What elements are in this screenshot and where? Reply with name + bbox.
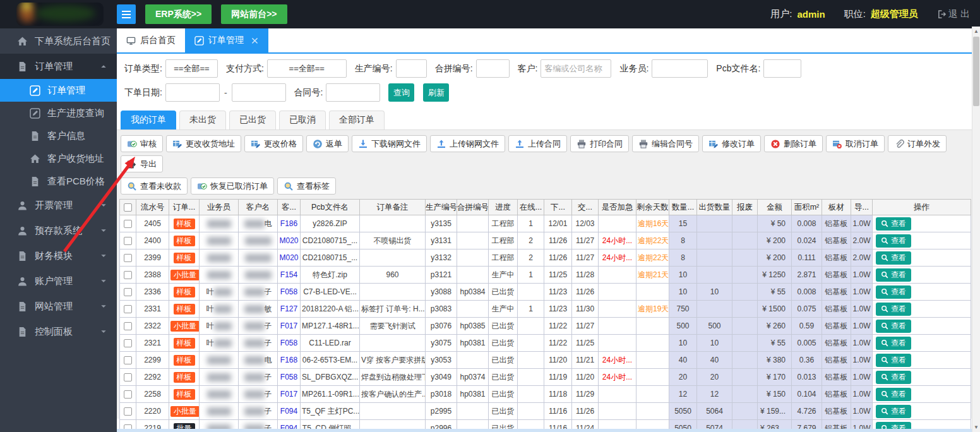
view-button[interactable]: 查看 (876, 217, 911, 231)
customer-code-link[interactable]: F058 (280, 373, 297, 381)
menu-toggle-button[interactable] (117, 4, 136, 24)
toolbar2-button-2[interactable]: 查看标签 (277, 177, 336, 195)
erp-system-button[interactable]: ERP系统>> (145, 4, 212, 24)
view-button[interactable]: 查看 (876, 285, 911, 299)
site-front-button[interactable]: 网站前台>> (221, 4, 287, 24)
row-checkbox[interactable] (124, 254, 132, 262)
view-button[interactable]: 查看 (876, 303, 911, 316)
merge-no-input[interactable] (476, 59, 510, 78)
sidebar-item-11[interactable]: 网站管理 (0, 294, 117, 319)
close-icon[interactable] (251, 37, 259, 45)
search-button[interactable]: 查询 (388, 83, 414, 102)
toolbar1-button-5[interactable]: 上传钢网文件 (430, 135, 505, 152)
order-tab-4[interactable]: 全部订单 (329, 111, 385, 129)
customer-code-link[interactable]: F186 (280, 219, 297, 228)
scrollbar-thumb[interactable] (973, 37, 979, 106)
redacted-text (207, 373, 231, 381)
customer-code-link[interactable]: F017 (280, 321, 297, 330)
scroll-up-icon[interactable]: ▲ (972, 28, 980, 34)
row-checkbox[interactable] (124, 322, 132, 330)
row-checkbox[interactable] (124, 339, 132, 347)
toolbar1-button-1[interactable]: 更改收货地址 (166, 135, 241, 152)
pay-method-select[interactable] (267, 59, 347, 78)
view-button[interactable]: 查看 (876, 371, 911, 384)
view-button[interactable]: 查看 (876, 337, 911, 350)
logout-button[interactable]: 退 出 (937, 8, 970, 20)
scroll-down-icon[interactable]: ▼ (972, 424, 980, 430)
view-button[interactable]: 查看 (876, 405, 911, 418)
row-checkbox[interactable] (124, 220, 132, 228)
sidebar-item-2[interactable]: 订单管理 (0, 79, 117, 102)
customer-code-link[interactable]: F058 (280, 287, 297, 296)
horizontal-scrollbar[interactable] (117, 429, 972, 432)
page-tab-1[interactable]: 订单管理 (185, 28, 268, 52)
row-checkbox[interactable] (124, 407, 132, 416)
sidebar-item-6[interactable]: 查看PCB价格 (0, 170, 117, 193)
row-checkbox[interactable] (124, 271, 132, 279)
customer-code-link[interactable]: F017 (280, 390, 297, 399)
row-checkbox[interactable] (124, 288, 132, 296)
customer-code-link[interactable]: F058 (280, 339, 297, 347)
date-from-input[interactable] (165, 83, 220, 102)
date-to-input[interactable] (232, 83, 286, 102)
sidebar-item-label: 预存款系统 (35, 225, 82, 237)
customer-code-link[interactable]: M020 (279, 236, 298, 245)
sidebar-item-7[interactable]: 开票管理 (0, 193, 117, 218)
sidebar-item-8[interactable]: 预存款系统 (0, 218, 117, 243)
sidebar-item-3[interactable]: 生产进度查询 (0, 102, 117, 124)
vertical-scrollbar[interactable]: ▲ ▼ (972, 27, 980, 432)
toolbar1-button-11[interactable]: 取消订单 (826, 135, 885, 152)
contract-no-input[interactable] (326, 83, 380, 102)
pcb-filename-input[interactable] (763, 59, 801, 78)
customer-code-link[interactable]: M020 (279, 253, 298, 262)
toolbar2-button-0[interactable]: 查看未收款 (121, 177, 188, 195)
row-checkbox[interactable] (124, 237, 132, 245)
toolbar1-button-13[interactable]: 导出 (121, 155, 163, 172)
order-tab-3[interactable]: 已取消 (279, 111, 326, 129)
toolbar1-button-8[interactable]: 编辑合同号 (632, 135, 699, 152)
toolbar1-button-10[interactable]: 删除订单 (764, 135, 823, 152)
sidebar-item-12[interactable]: 控制面板 (0, 319, 117, 344)
view-button[interactable]: 查看 (876, 320, 911, 333)
sidebar-item-4[interactable]: 客户信息 (0, 124, 117, 147)
row-checkbox[interactable] (124, 373, 132, 381)
toolbar1-button-0[interactable]: 审核 (121, 135, 163, 152)
row-checkbox[interactable] (124, 305, 132, 313)
customer-code-link[interactable]: F127 (280, 304, 297, 313)
toolbar1-button-4[interactable]: 下载钢网文件 (352, 135, 427, 152)
prod-no-input[interactable] (396, 59, 427, 78)
sidebar-item-9[interactable]: 财务模块 (0, 243, 117, 268)
row-checkbox[interactable] (124, 390, 132, 399)
refresh-button[interactable]: 刷新 (423, 83, 449, 102)
view-button[interactable]: 查看 (876, 354, 911, 367)
customer-input[interactable] (541, 59, 611, 78)
order-tab-0[interactable]: 我的订单 (121, 111, 176, 129)
select-all-checkbox[interactable] (124, 203, 132, 212)
sidebar-item-0[interactable]: 下单系统后台首页 (0, 28, 117, 54)
toolbar1-button-6[interactable]: 上传合同 (508, 135, 567, 152)
row-checkbox[interactable] (124, 356, 132, 364)
toolbar1-button-7[interactable]: 打印合同 (570, 135, 629, 152)
view-button[interactable]: 查看 (876, 388, 911, 401)
view-button[interactable]: 查看 (876, 234, 911, 248)
toolbar1-button-2[interactable]: 更改价格 (244, 135, 303, 152)
cell-amount: ¥ 55 (758, 284, 792, 301)
view-button[interactable]: 查看 (876, 268, 911, 282)
order-tab-2[interactable]: 已出货 (229, 111, 276, 129)
toolbar2-button-1[interactable]: 恢复已取消订单 (191, 177, 274, 195)
order-type-select[interactable] (165, 59, 218, 78)
toolbar1-button-3[interactable]: 返单 (306, 135, 349, 152)
order-tab-1[interactable]: 未出货 (179, 111, 226, 129)
customer-code-link[interactable]: F168 (280, 356, 297, 364)
sidebar-item-5[interactable]: 客户收货地址 (0, 147, 117, 170)
salesman-input[interactable] (652, 59, 708, 78)
sidebar-item-10[interactable]: 账户管理 (0, 268, 117, 294)
cell-material: 铝基板 (822, 267, 851, 284)
sidebar-item-1[interactable]: 订单管理 (0, 54, 117, 79)
view-button[interactable]: 查看 (876, 251, 911, 265)
customer-code-link[interactable]: F154 (280, 270, 297, 279)
toolbar1-button-12[interactable]: 订单外发 (888, 135, 947, 152)
toolbar1-button-9[interactable]: 修改订单 (702, 135, 761, 152)
customer-code-link[interactable]: F094 (280, 407, 297, 416)
page-tab-0[interactable]: 后台首页 (117, 28, 185, 52)
